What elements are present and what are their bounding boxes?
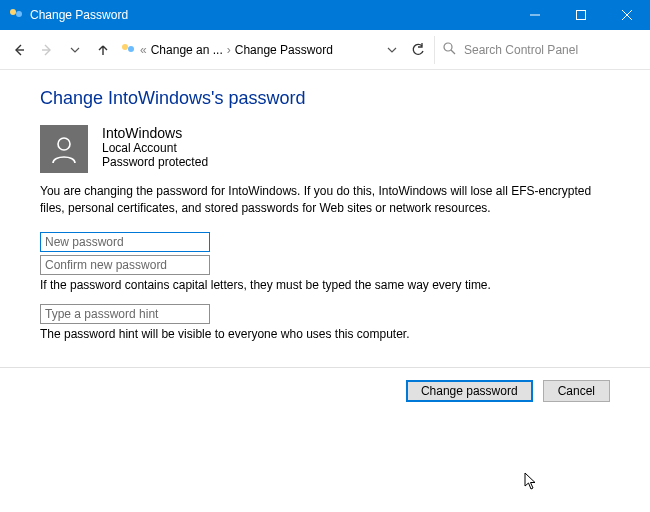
svg-point-9 [128, 46, 134, 52]
user-accounts-icon [8, 7, 24, 23]
avatar [40, 125, 88, 173]
chevron-right-icon: › [227, 43, 231, 57]
user-name: IntoWindows [102, 125, 208, 141]
title-bar: Change Password [0, 0, 650, 30]
nav-bar: « Change an ... › Change Password [0, 30, 650, 70]
svg-point-1 [16, 11, 22, 17]
footer: Change password Cancel [0, 367, 650, 414]
svg-rect-3 [577, 11, 586, 20]
forward-button[interactable] [34, 37, 60, 63]
up-button[interactable] [90, 37, 116, 63]
warning-text: You are changing the password for IntoWi… [40, 183, 610, 218]
hint-note: The password hint will be visible to eve… [40, 327, 610, 341]
close-button[interactable] [604, 0, 650, 30]
cancel-button[interactable]: Cancel [543, 380, 610, 402]
password-hint-input[interactable] [40, 304, 210, 324]
minimize-button[interactable] [512, 0, 558, 30]
breadcrumb-separator: « [140, 43, 147, 57]
back-button[interactable] [6, 37, 32, 63]
confirm-password-input[interactable] [40, 255, 210, 275]
page-title: Change IntoWindows's password [40, 88, 610, 109]
change-password-button[interactable]: Change password [406, 380, 533, 402]
address-dropdown-button[interactable] [382, 45, 402, 55]
user-accounts-icon [120, 42, 136, 58]
search-box[interactable] [434, 36, 644, 64]
svg-point-12 [58, 138, 70, 150]
cursor-icon [524, 472, 540, 495]
account-type: Local Account [102, 141, 208, 155]
user-info: IntoWindows Local Account Password prote… [102, 125, 208, 169]
maximize-button[interactable] [558, 0, 604, 30]
breadcrumb-item-1[interactable]: Change an ... [151, 43, 223, 57]
new-password-input[interactable] [40, 232, 210, 252]
breadcrumb-item-2[interactable]: Change Password [235, 43, 333, 57]
search-icon [443, 42, 456, 58]
search-input[interactable] [464, 43, 636, 57]
breadcrumb[interactable]: « Change an ... › Change Password [120, 42, 333, 58]
user-block: IntoWindows Local Account Password prote… [40, 125, 610, 173]
svg-point-8 [122, 44, 128, 50]
refresh-button[interactable] [404, 43, 432, 57]
password-status: Password protected [102, 155, 208, 169]
caps-note: If the password contains capital letters… [40, 278, 610, 292]
svg-point-0 [10, 9, 16, 15]
content-area: Change IntoWindows's password IntoWindow… [0, 70, 650, 363]
svg-point-10 [444, 43, 452, 51]
recent-locations-button[interactable] [62, 37, 88, 63]
window-title: Change Password [30, 8, 128, 22]
svg-line-11 [451, 50, 455, 54]
